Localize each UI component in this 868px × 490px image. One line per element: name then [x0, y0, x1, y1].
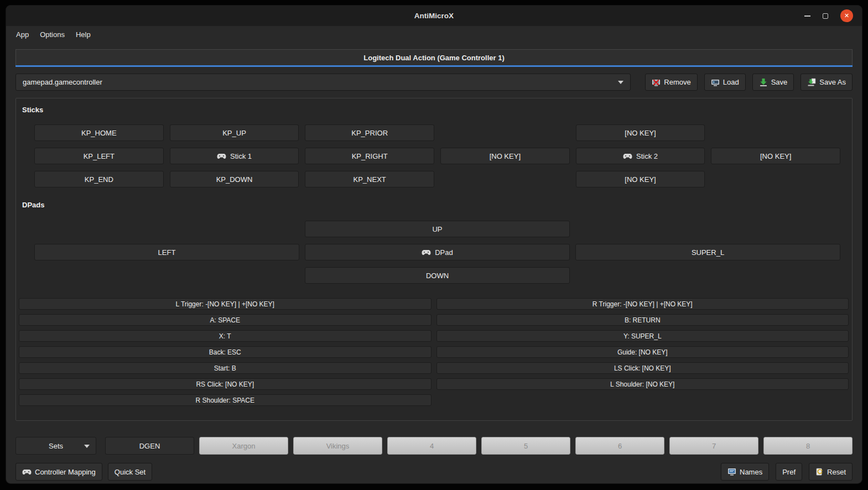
reset-icon	[815, 468, 824, 476]
sets-menu-button[interactable]: Sets	[15, 437, 96, 455]
dpad-up-button[interactable]: UP	[305, 221, 570, 237]
window-controls: ✕	[804, 6, 853, 26]
pref-label: Pref	[782, 468, 796, 476]
set-tab-2[interactable]: Xargon	[199, 437, 288, 455]
gamepad-icon	[217, 153, 226, 159]
save-profile-button[interactable]: Save	[752, 74, 794, 91]
stick1-label: Stick 1	[230, 152, 252, 160]
button-assignments-left: L Trigger: -[NO KEY] | +[NO KEY] A: SPAC…	[19, 298, 432, 406]
window-title: AntiMicroX	[414, 12, 454, 20]
button-assignments: L Trigger: -[NO KEY] | +[NO KEY] A: SPAC…	[19, 298, 849, 406]
set-tab-3[interactable]: Vikings	[293, 437, 382, 455]
l-shoulder-button[interactable]: L Shoulder: [NO KEY]	[436, 378, 849, 390]
save-profile-label: Save	[771, 78, 788, 86]
close-icon[interactable]: ✕	[840, 9, 853, 22]
dpad-label: DPad	[435, 248, 453, 257]
stick2-label: Stick 2	[636, 152, 658, 160]
dpad-right-button[interactable]: SUPER_L	[575, 244, 840, 260]
stick1-up-button[interactable]: KP_UP	[170, 124, 299, 141]
reset-button[interactable]: Reset	[809, 463, 853, 481]
footer-right-group: Names Pref Reset	[721, 463, 853, 481]
l-trigger-button[interactable]: L Trigger: -[NO KEY] | +[NO KEY]	[19, 298, 432, 310]
gamepad-icon	[22, 469, 32, 475]
dpad-center-button[interactable]: DPad	[305, 244, 570, 260]
names-label: Names	[740, 468, 762, 476]
controller-mapping-label: Controller Mapping	[35, 468, 96, 476]
set-tab-7[interactable]: 7	[669, 437, 758, 455]
rs-click-button[interactable]: RS Click: [NO KEY]	[19, 378, 432, 390]
window-frame: AntiMicroX ✕ App Options Help Logitech D…	[0, 0, 868, 490]
dpad-down-button[interactable]: DOWN	[305, 267, 570, 284]
remove-profile-label: Remove	[664, 78, 690, 86]
stick1-up-left-button[interactable]: KP_HOME	[34, 124, 164, 141]
stick2-up-button[interactable]: [NO KEY]	[576, 124, 705, 141]
remove-icon	[652, 78, 661, 87]
stick1-right-button[interactable]: KP_RIGHT	[305, 148, 434, 164]
set-tab-5[interactable]: 5	[481, 437, 570, 455]
sets-menu-label: Sets	[49, 442, 63, 450]
tab-controller[interactable]: Logitech Dual Action (Game Controller 1)	[15, 49, 853, 65]
set-tab-4[interactable]: 4	[387, 437, 476, 455]
button-assignments-right: R Trigger: -[NO KEY] | +[NO KEY] B: RETU…	[436, 298, 849, 406]
controller-mapping-button[interactable]: Controller Mapping	[15, 463, 102, 481]
back-button[interactable]: Back: ESC	[19, 346, 432, 358]
menu-options[interactable]: Options	[35, 28, 70, 41]
tab-controller-label: Logitech Dual Action (Game Controller 1)	[363, 54, 504, 62]
stick2-left-button[interactable]: [NO KEY]	[440, 148, 570, 164]
save-as-profile-label: Save As	[819, 78, 846, 86]
sets-row: Sets DGEN Xargon Vikings 4 5 6 7 8	[15, 437, 853, 455]
stick1-down-left-button[interactable]: KP_END	[34, 171, 164, 187]
dpad-grid: UP LEFT DPad SUPER_L DOWN	[34, 221, 840, 284]
chevron-down-icon	[84, 445, 90, 448]
gamepad-icon	[422, 249, 431, 256]
set-tab-6[interactable]: 6	[575, 437, 664, 455]
footer-row: Controller Mapping Quick Set N	[15, 463, 853, 481]
app-window: AntiMicroX ✕ App Options Help Logitech D…	[6, 5, 862, 484]
save-as-icon	[807, 78, 816, 87]
stick1-left-button[interactable]: KP_LEFT	[34, 148, 164, 164]
profile-select-value: gamepad.gamecontroller	[23, 78, 102, 86]
y-button[interactable]: Y: SUPER_L	[436, 330, 849, 342]
sticks-grid: KP_HOME KP_UP KP_PRIOR [NO KEY] KP_LEFT …	[34, 124, 840, 187]
titlebar: AntiMicroX ✕	[6, 6, 862, 26]
start-button[interactable]: Start: B	[19, 362, 432, 374]
dpad-left-button[interactable]: LEFT	[34, 244, 299, 260]
save-icon	[759, 78, 768, 87]
maximize-icon[interactable]	[823, 13, 828, 19]
names-icon	[727, 468, 736, 476]
menu-help[interactable]: Help	[71, 28, 96, 41]
remove-profile-button[interactable]: Remove	[645, 74, 697, 91]
menu-app[interactable]: App	[11, 28, 34, 41]
quick-set-label: Quick Set	[115, 468, 145, 476]
r-shoulder-button[interactable]: R Shoulder: SPACE	[19, 394, 432, 406]
stick1-down-right-button[interactable]: KP_NEXT	[305, 171, 434, 187]
profile-select[interactable]: gamepad.gamecontroller	[15, 74, 631, 91]
profile-actions: Remove Load	[645, 74, 853, 91]
pref-button[interactable]: Pref	[776, 463, 802, 481]
guide-button[interactable]: Guide: [NO KEY]	[436, 346, 849, 358]
stick1-down-button[interactable]: KP_DOWN	[170, 171, 299, 187]
reset-label: Reset	[827, 468, 846, 476]
stick2-down-button[interactable]: [NO KEY]	[576, 171, 705, 187]
dpads-section-label: DPads	[22, 201, 852, 209]
ls-click-button[interactable]: LS Click: [NO KEY]	[436, 362, 849, 374]
mapping-panel: Sticks KP_HOME KP_UP KP_PRIOR [NO KEY] K…	[15, 98, 853, 421]
set-tab-1[interactable]: DGEN	[105, 437, 194, 455]
menubar: App Options Help	[6, 26, 862, 43]
quick-set-button[interactable]: Quick Set	[108, 463, 152, 481]
b-button[interactable]: B: RETURN	[436, 314, 849, 326]
x-button[interactable]: X: T	[19, 330, 432, 342]
names-button[interactable]: Names	[721, 463, 769, 481]
set-tab-8[interactable]: 8	[763, 437, 853, 455]
stick2-right-button[interactable]: [NO KEY]	[711, 148, 840, 164]
r-trigger-button[interactable]: R Trigger: -[NO KEY] | +[NO KEY]	[436, 298, 849, 310]
stick1-center-button[interactable]: Stick 1	[170, 148, 299, 164]
profile-row: gamepad.gamecontroller Remove	[15, 74, 853, 91]
stick1-up-right-button[interactable]: KP_PRIOR	[305, 124, 434, 141]
sticks-section-label: Sticks	[22, 106, 852, 114]
minimize-icon[interactable]	[804, 15, 810, 17]
a-button[interactable]: A: SPACE	[19, 314, 432, 326]
save-as-profile-button[interactable]: Save As	[801, 74, 853, 91]
stick2-center-button[interactable]: Stick 2	[576, 148, 705, 164]
load-profile-button[interactable]: Load	[704, 74, 746, 91]
